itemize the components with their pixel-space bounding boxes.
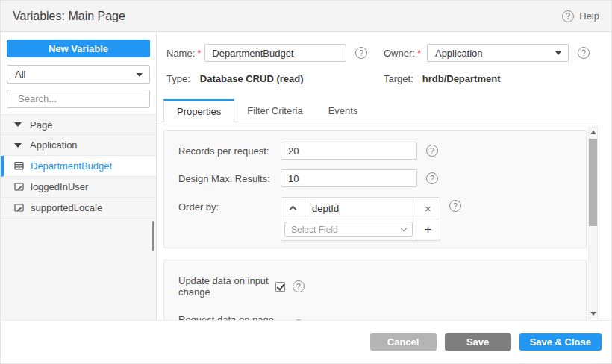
design-max-results-input[interactable] [281, 169, 417, 187]
select-field-wrap: Select Field [281, 219, 416, 240]
chevron-down-icon [137, 73, 143, 77]
sidebar-item-label: Page [30, 119, 52, 131]
name-help-icon[interactable]: ? [355, 47, 367, 59]
order-by-help-icon[interactable]: ? [449, 200, 461, 212]
owner-help-icon[interactable]: ? [578, 47, 590, 59]
caret-down-icon [14, 143, 22, 148]
variable-filter-value: All [15, 69, 25, 80]
design-max-help-icon[interactable]: ? [426, 172, 438, 184]
behavior-settings-group: Update data on input change ? Request da… [163, 260, 587, 321]
target-field-group: Target: hrdb/Department [384, 73, 500, 84]
static-variable-icon [14, 203, 25, 213]
sidebar-controls: New Variable All [1, 32, 156, 114]
records-per-request-row: Records per request: ? [178, 142, 586, 160]
owner-value: Application [435, 48, 483, 59]
add-order-rule-button[interactable]: + [416, 219, 440, 240]
help-icon: ? [562, 10, 574, 22]
variable-meta: Name: * ? Owner: * Application ? Type: D… [157, 32, 611, 99]
scroll-up-arrow[interactable] [589, 128, 597, 137]
target-label: Target: [384, 73, 413, 84]
chevron-up-icon [290, 206, 297, 213]
variables-dialog: Variables: Main Page ? Help New Variable… [0, 0, 612, 364]
records-per-request-input[interactable] [281, 142, 417, 160]
sidebar-item-label: Application [30, 139, 78, 151]
chevron-down-icon [555, 51, 561, 55]
sidebar-item-departmentbudget[interactable]: DepartmentBudget [1, 156, 156, 177]
variable-detail-panel: Name: * ? Owner: * Application ? Type: D… [157, 32, 611, 321]
sidebar-item-label: DepartmentBudget [31, 160, 112, 172]
page-title: Variables: Main Page [13, 10, 125, 23]
static-variable-icon [14, 182, 25, 192]
caret-down-icon [14, 122, 22, 127]
sidebar-item-supportedlocale[interactable]: supportedLocale [1, 198, 156, 219]
owner-select[interactable]: Application [427, 44, 569, 62]
add-order-rule-row: Select Field + [281, 219, 440, 240]
order-field-value: deptId [305, 198, 416, 219]
search-input[interactable] [18, 93, 149, 104]
variables-sidebar: New Variable All Page [1, 32, 157, 321]
target-value: hrdb/Department [422, 73, 501, 84]
name-input[interactable] [204, 44, 346, 62]
order-by-row: Order by: deptId × Select [178, 197, 586, 241]
scroll-down-arrow[interactable] [589, 309, 597, 318]
type-field-group: Type: Database CRUD (read) [166, 73, 304, 84]
properties-tab-content: Records per request: ? Design Max. Resul… [157, 122, 611, 321]
type-label: Type: [166, 73, 190, 84]
sort-direction-button[interactable] [281, 198, 305, 219]
remove-order-rule-button[interactable]: × [416, 198, 440, 219]
variable-filter-select[interactable]: All [7, 65, 150, 84]
save-and-close-button[interactable]: Save & Close [519, 333, 602, 351]
dialog-footer: Cancel Save Save & Close [1, 320, 612, 363]
cancel-button[interactable]: Cancel [370, 333, 437, 351]
sidebar-item-loggedinuser[interactable]: loggedInUser [1, 177, 156, 198]
order-by-widget: deptId × Select Field + [281, 197, 440, 241]
detail-tabbar: Properties Filter Criteria Events [157, 99, 597, 122]
tab-properties[interactable]: Properties [163, 99, 234, 122]
update-on-input-row: Update data on input change ? [178, 275, 586, 298]
data-settings-group: Records per request: ? Design Max. Resul… [163, 130, 587, 248]
sidebar-item-application[interactable]: Application [1, 135, 156, 156]
new-variable-button[interactable]: New Variable [7, 40, 150, 57]
tab-events[interactable]: Events [316, 99, 371, 122]
save-button[interactable]: Save [445, 333, 511, 351]
dialog-header: Variables: Main Page ? Help [1, 1, 612, 32]
variable-list: Page Application Departme [1, 114, 156, 219]
design-max-results-label: Design Max. Results: [178, 173, 281, 184]
records-per-request-label: Records per request: [178, 145, 281, 157]
design-max-results-row: Design Max. Results: ? [178, 169, 586, 187]
order-by-label: Order by: [178, 197, 281, 213]
owner-label: Owner: [384, 48, 415, 59]
update-on-input-checkbox[interactable] [275, 282, 285, 292]
select-field-placeholder: Select Field [291, 225, 338, 235]
sidebar-item-page[interactable]: Page [1, 114, 156, 135]
sidebar-item-label: loggedInUser [31, 181, 88, 192]
update-on-input-help-icon[interactable]: ? [293, 280, 305, 292]
tab-filter-criteria[interactable]: Filter Criteria [234, 99, 315, 122]
content-scrollbar[interactable] [588, 127, 598, 319]
order-rule-row: deptId × [281, 198, 440, 219]
help-label: Help [579, 10, 599, 22]
required-marker: * [197, 48, 201, 59]
triangle-down-icon [590, 312, 596, 316]
owner-field-group: Owner: * Application ? [384, 44, 590, 62]
chevron-down-icon [401, 225, 407, 231]
records-help-icon[interactable]: ? [426, 145, 438, 157]
type-value: Database CRUD (read) [200, 73, 304, 84]
select-field-dropdown[interactable]: Select Field [284, 222, 413, 237]
database-crud-icon [14, 161, 25, 171]
variable-list-region: Page Application Departme [1, 114, 156, 321]
variable-search [7, 90, 150, 108]
name-field-group: Name: * ? [166, 44, 367, 62]
sidebar-scrollbar-thumb[interactable] [152, 221, 154, 251]
scrollbar-thumb[interactable] [589, 139, 597, 226]
update-on-input-label: Update data on input change [178, 275, 275, 298]
required-marker: * [417, 48, 421, 59]
triangle-up-icon [590, 131, 596, 134]
sidebar-item-label: supportedLocale [31, 202, 102, 213]
help-link[interactable]: ? Help [562, 10, 599, 22]
name-label: Name: [166, 48, 195, 59]
